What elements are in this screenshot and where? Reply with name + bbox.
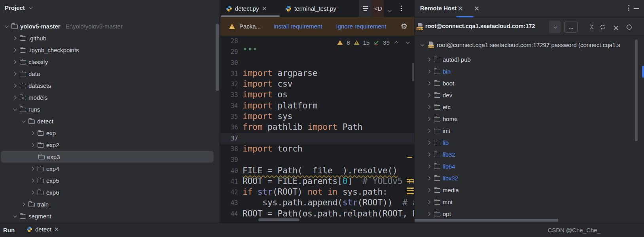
chevron-right-icon[interactable] (29, 144, 36, 146)
tree-item-runs[interactable]: runs (0, 103, 220, 115)
scrollbar-warning-mark[interactable] (407, 157, 412, 158)
chevron-right-icon[interactable] (11, 49, 18, 51)
chevron-right-icon[interactable] (425, 189, 432, 191)
chevron-right-icon[interactable] (29, 167, 36, 170)
chevron-right-icon[interactable] (425, 58, 432, 61)
chevron-down-icon[interactable] (388, 7, 390, 14)
tree-item-etc[interactable]: etc (415, 101, 644, 113)
tree-item-detect[interactable]: detect (0, 115, 220, 127)
chevron-right-icon[interactable] (425, 212, 432, 215)
tree-item-train[interactable]: train (0, 198, 220, 210)
close-icon[interactable] (614, 25, 618, 32)
editor-horizontal-scrollbar[interactable] (258, 218, 299, 221)
chevron-right-icon[interactable] (11, 37, 18, 40)
chevron-right-icon[interactable] (425, 165, 432, 168)
more-options-icon[interactable] (401, 6, 402, 11)
tab-terminal-test-py[interactable]: terminal_test.py (280, 0, 342, 17)
right-edge-scroll-indicator[interactable] (642, 66, 644, 78)
server-settings-button[interactable]: ... (564, 21, 578, 33)
tree-item-autodl-pub[interactable]: autodl-pub (415, 53, 644, 65)
inspections-widget[interactable]: 8 15 39 (337, 37, 409, 48)
tree-item-ipynb-checkpoints[interactable]: .ipynb_checkpoints (0, 44, 220, 56)
more-options-icon[interactable] (628, 5, 629, 11)
tree-item-bin[interactable]: bin (415, 65, 644, 77)
tree-item-media[interactable]: media (415, 184, 644, 196)
chevron-right-icon[interactable] (11, 84, 18, 87)
tree-item-yolov5-master[interactable]: yolov5-master E:\yolo\yolov5-master (0, 20, 220, 32)
tree-item-lib32[interactable]: lib32 (415, 148, 644, 160)
chevron-right-icon[interactable] (11, 61, 18, 63)
chevron-right-icon[interactable] (425, 94, 432, 97)
collapse-all-icon[interactable] (589, 24, 595, 30)
scrollbar-warning-mark[interactable] (407, 193, 414, 194)
remote-vertical-scrollbar[interactable] (635, 40, 638, 141)
ignore-requirement-link[interactable]: Ignore requirement (336, 23, 386, 30)
remote-host-title[interactable]: Remote Host (420, 5, 457, 11)
project-panel-header[interactable]: Project (0, 0, 220, 11)
chevron-right-icon[interactable] (29, 191, 36, 194)
tree-item-home[interactable]: home (415, 113, 644, 125)
chevron-right-icon[interactable] (425, 82, 432, 85)
tree-item-exp[interactable]: exp (0, 127, 220, 139)
chevron-down-icon[interactable] (3, 25, 9, 28)
locate-target-icon[interactable] (626, 24, 633, 30)
chevron-right-icon[interactable] (425, 70, 432, 73)
tree-item-github[interactable]: .github (0, 32, 220, 44)
chevron-right-icon[interactable] (11, 96, 18, 99)
chevron-down-icon[interactable] (11, 108, 18, 111)
chevron-right-icon[interactable] (425, 141, 432, 144)
chevron-down-icon[interactable] (419, 44, 425, 46)
install-requirement-link[interactable]: Install requirement (273, 23, 322, 30)
remote-horizontal-scrollbar[interactable] (415, 219, 558, 222)
tree-item-exp6[interactable]: exp6 (0, 186, 220, 198)
close-icon[interactable] (55, 228, 58, 231)
refresh-icon[interactable] (599, 24, 606, 30)
tree-item-exp3-selected[interactable]: exp3 (1, 151, 214, 163)
close-icon[interactable] (262, 7, 266, 10)
scrollbar-warning-mark[interactable] (407, 181, 414, 182)
tree-item-classify[interactable]: classify (0, 56, 220, 68)
tree-item-models[interactable]: models (0, 91, 220, 103)
run-config-chip[interactable]: <D (372, 0, 384, 17)
tree-item-mnt[interactable]: mnt (415, 196, 644, 208)
tree-item-boot[interactable]: boot (415, 77, 644, 89)
chevron-right-icon[interactable] (425, 177, 432, 180)
scrollbar-warning-mark[interactable] (407, 188, 414, 189)
tree-item-opt[interactable]: opt (415, 208, 644, 220)
close-icon[interactable] (458, 6, 462, 11)
tree-item-dev[interactable]: dev (415, 89, 644, 101)
tab-detect-py[interactable]: detect.py (220, 0, 272, 17)
tree-item-server-root[interactable]: SFTP root@connect.cqa1.seetacloud.com:17… (415, 39, 636, 51)
tree-item-exp4[interactable]: exp4 (0, 163, 220, 174)
chevron-right-icon[interactable] (29, 132, 36, 135)
tree-item-exp2[interactable]: exp2 (0, 139, 220, 151)
chevron-right-icon[interactable] (20, 203, 27, 206)
editor-list-icon[interactable] (359, 0, 372, 17)
tree-item-datasets[interactable]: datasets (0, 80, 220, 91)
previous-issue-icon[interactable] (394, 41, 398, 45)
gear-icon[interactable]: ⚙ (401, 23, 407, 30)
chevron-right-icon[interactable] (425, 153, 432, 156)
server-dropdown-button[interactable] (549, 21, 561, 33)
project-scrollbar[interactable] (216, 24, 219, 91)
chevron-right-icon[interactable] (425, 201, 432, 203)
chevron-down-icon[interactable] (20, 120, 27, 123)
scrollbar-warning-mark[interactable] (407, 190, 414, 191)
editor-vertical-scrollbar[interactable] (412, 63, 414, 81)
tree-item-init[interactable]: init (415, 125, 644, 137)
tree-item-lib64[interactable]: lib64 (415, 160, 644, 172)
tree-item-data[interactable]: data (0, 68, 220, 80)
close-icon[interactable] (474, 6, 479, 11)
minimize-icon[interactable] (634, 8, 639, 9)
run-panel-title[interactable]: Run (3, 227, 15, 233)
chevron-right-icon[interactable] (29, 179, 36, 182)
chevron-right-icon[interactable] (425, 129, 432, 132)
chevron-down-icon[interactable] (11, 215, 18, 218)
run-tab-detect[interactable]: detect (27, 226, 59, 233)
tree-item-exp5[interactable]: exp5 (0, 174, 220, 186)
chevron-right-icon[interactable] (11, 72, 18, 75)
tree-item-lib[interactable]: lib (415, 137, 644, 148)
chevron-right-icon[interactable] (425, 118, 432, 120)
server-selector-value[interactable]: root@connect.cqa1.seetacloud.com:172 (425, 23, 549, 29)
tree-item-libx32[interactable]: libx32 (415, 172, 644, 184)
